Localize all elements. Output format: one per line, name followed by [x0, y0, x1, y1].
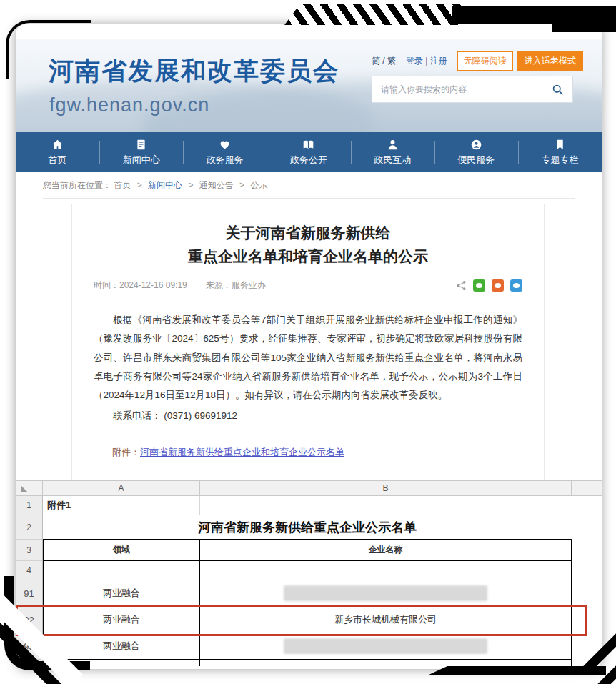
- main-nav: 首页 新闻中心 政务服务 政务公开 政民互动 便民服务: [16, 132, 602, 172]
- nav-label: 便民服务: [457, 154, 495, 167]
- breadcrumb-separator: >: [239, 180, 244, 190]
- elder-mode-button[interactable]: 进入适老模式: [517, 51, 583, 71]
- column-header-row: A B: [16, 480, 602, 496]
- breadcrumb-divider: [43, 198, 575, 199]
- source: 来源：服务业办: [206, 279, 266, 292]
- share-bar: [456, 279, 522, 292]
- login-register-links[interactable]: 登录 | 注册: [406, 55, 447, 67]
- person-icon: [387, 139, 399, 151]
- convenience-icon: [470, 139, 482, 151]
- breadcrumb-prefix: 您当前所在位置：: [43, 180, 111, 190]
- row-number[interactable]: 1: [16, 496, 43, 515]
- nav-item-gov-service[interactable]: 政务服务: [183, 132, 267, 172]
- open-book-icon: [302, 139, 314, 151]
- article-title-line2: 重点企业名单和培育企业名单的公示: [94, 245, 522, 269]
- table-row: 93 两业融合: [16, 633, 602, 660]
- bookmark-icon: [554, 139, 566, 151]
- cell-b4[interactable]: [200, 561, 572, 580]
- site-logo-title: 河南省发展和改革委员会: [49, 54, 339, 88]
- contact-line: 联系电话： (0371) 69691912: [94, 407, 522, 425]
- attachment-link[interactable]: 河南省新服务新供给重点企业和培育企业公示名单: [140, 447, 344, 457]
- search-box[interactable]: [372, 76, 573, 103]
- nav-item-news[interactable]: 新闻中心: [99, 132, 183, 172]
- home-icon: [51, 139, 64, 151]
- table-row: 2 河南省新服务新供给重点企业公示名单: [16, 515, 602, 540]
- nav-item-interaction[interactable]: 政民互动: [351, 132, 434, 172]
- publish-time: 时间：2024-12-16 09:19: [94, 279, 187, 292]
- redacted-company-name: [284, 585, 487, 601]
- cell-b91[interactable]: [200, 580, 572, 607]
- lang-toggle[interactable]: 简 / 繁: [372, 55, 396, 67]
- heart-service-icon: [219, 139, 231, 151]
- site-domain: fgw.henan.gov.cn: [49, 94, 209, 117]
- breadcrumb-notices[interactable]: 通知公告: [199, 180, 234, 190]
- attachment-label: 附件：: [112, 447, 140, 457]
- cell-b92[interactable]: 新乡市长城机械有限公司: [200, 607, 572, 633]
- search-input[interactable]: [381, 84, 552, 94]
- header-cell-company[interactable]: 企业名称: [200, 540, 572, 561]
- torn-edge-stripes-decoration: [284, 4, 462, 25]
- cell-a1[interactable]: 附件1: [43, 496, 200, 515]
- qq-icon[interactable]: [510, 279, 522, 292]
- breadcrumb: 您当前所在位置： 首页 > 新闻中心 > 通知公告 > 公示: [43, 179, 267, 192]
- column-header-b[interactable]: B: [200, 481, 572, 495]
- spreadsheet-panel: A B 1 附件1 2 河南省新服务新供给重点企业公示名单 3 领域 企业名称 …: [16, 480, 602, 652]
- nav-item-special[interactable]: 专题专栏: [518, 132, 602, 172]
- header-cell-field[interactable]: 领域: [43, 540, 200, 561]
- article-panel: 关于河南省新服务新供给 重点企业名单和培育企业名单的公示 时间：2024-12-…: [71, 204, 545, 490]
- table-row: 4: [16, 561, 602, 580]
- article-paragraph: 根据《河南省发展和改革委员会等7部门关于组织开展服务业新供给标杆企业申报工作的通…: [94, 311, 522, 405]
- frame-top-left-arc: [6, 20, 91, 79]
- nav-item-home[interactable]: 首页: [16, 132, 99, 172]
- breadcrumb-separator: >: [137, 180, 142, 190]
- screenshot-stage: 河南省发展和改革委员会 fgw.henan.gov.cn 简 / 繁 登录 | …: [0, 0, 616, 684]
- cell-b93[interactable]: [200, 633, 572, 660]
- wechat-icon[interactable]: [473, 279, 485, 292]
- search-icon[interactable]: [552, 84, 564, 96]
- breadcrumb-separator: >: [188, 180, 193, 190]
- select-all-corner[interactable]: [16, 481, 43, 495]
- meta-divider: [94, 299, 522, 299]
- nav-label: 专题专栏: [541, 154, 578, 167]
- accessibility-button[interactable]: 无障碍阅读: [457, 51, 513, 71]
- column-header-a[interactable]: A: [43, 481, 200, 495]
- row-number[interactable]: 3: [16, 540, 43, 561]
- nav-label: 政务服务: [207, 154, 244, 167]
- breadcrumb-current: 公示: [250, 180, 267, 190]
- sheet-title-cell[interactable]: 河南省新服务新供给重点企业公示名单: [43, 515, 572, 540]
- news-icon: [135, 139, 147, 151]
- weibo-icon[interactable]: [492, 279, 504, 292]
- nav-label: 政务公开: [290, 154, 327, 167]
- nav-label: 新闻中心: [123, 154, 160, 167]
- redacted-company-name: [284, 638, 487, 654]
- torn-edge-top-right-block: [552, 6, 616, 32]
- torn-edge-bottom-band: [427, 666, 606, 675]
- nav-label: 政民互动: [374, 154, 411, 167]
- table-row-stub: [16, 660, 602, 666]
- table-row-highlighted: 92 两业融合 新乡市长城机械有限公司: [16, 607, 602, 633]
- page-card: 河南省发展和改革委员会 fgw.henan.gov.cn 简 / 繁 登录 | …: [16, 24, 602, 669]
- nav-item-convenience[interactable]: 便民服务: [434, 132, 518, 172]
- nav-item-gov-open[interactable]: 政务公开: [267, 132, 350, 172]
- nav-label: 首页: [49, 154, 67, 167]
- cell-stub: [200, 660, 572, 666]
- row-number[interactable]: 2: [16, 515, 43, 540]
- cell-b1[interactable]: [200, 496, 572, 515]
- table-row: 1 附件1: [16, 496, 602, 515]
- breadcrumb-home[interactable]: 首页: [114, 180, 131, 190]
- article-meta: 时间：2024-12-16 09:19 来源：服务业办: [94, 279, 522, 292]
- article-title-line1: 关于河南省新服务新供给: [94, 222, 522, 245]
- header-topbar: 简 / 繁 登录 | 注册 无障碍阅读 进入适老模式: [372, 51, 586, 70]
- article-title: 关于河南省新服务新供给 重点企业名单和培育企业名单的公示: [94, 222, 522, 268]
- table-row: 3 领域 企业名称: [16, 540, 602, 561]
- article-body: 根据《河南省发展和改革委员会等7部门关于组织开展服务业新供给标杆企业申报工作的通…: [94, 311, 522, 405]
- table-row: 91 两业融合: [16, 580, 602, 607]
- breadcrumb-news-center[interactable]: 新闻中心: [148, 180, 182, 190]
- share-icon[interactable]: [456, 280, 467, 291]
- site-banner: 河南省发展和改革委员会 fgw.henan.gov.cn 简 / 繁 登录 | …: [16, 39, 602, 132]
- attachment-line: 附件：河南省新服务新供给重点企业和培育企业公示名单: [94, 444, 522, 462]
